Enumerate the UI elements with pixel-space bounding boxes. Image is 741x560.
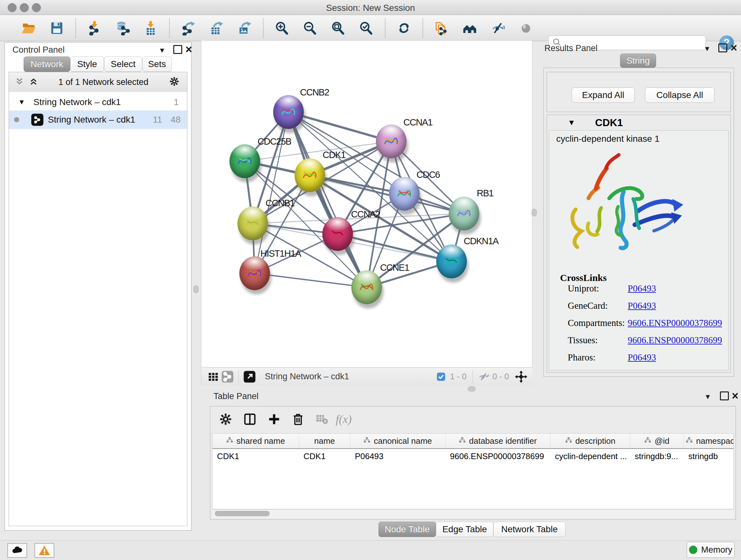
tab-edge-table[interactable]: Edge Table <box>436 522 493 537</box>
save-session-icon[interactable] <box>49 20 64 36</box>
network-edge[interactable] <box>288 112 367 287</box>
table-cell[interactable]: stringdb:9... <box>630 449 684 463</box>
scrollbar-thumb[interactable] <box>215 511 270 516</box>
network-options-gear-icon[interactable] <box>169 76 180 88</box>
network-node-ccne1[interactable] <box>351 270 382 304</box>
table-panel-float-icon[interactable] <box>720 391 729 400</box>
table-cell[interactable]: cyclin-dependent ... <box>550 449 630 463</box>
hide-selected-icon[interactable] <box>490 20 506 36</box>
network-node-cdk1[interactable] <box>294 159 325 192</box>
results-panel-float-icon[interactable] <box>718 44 727 52</box>
control-panel-menu-icon[interactable]: ▼ <box>158 46 165 55</box>
tab-style[interactable]: Style <box>70 57 104 72</box>
column-header-namespace[interactable]: namespace <box>684 434 734 448</box>
table-panel-menu-icon[interactable]: ▼ <box>704 393 711 401</box>
birdseye-view-icon[interactable] <box>518 20 534 36</box>
zoom-in-icon[interactable] <box>274 20 290 36</box>
network-node-cdc6[interactable] <box>389 177 420 211</box>
left-splitter-handle[interactable] <box>193 286 199 293</box>
tab-network-table[interactable]: Network Table <box>493 522 565 537</box>
network-node-ccnb1[interactable] <box>238 206 268 240</box>
export-network-icon[interactable] <box>181 20 196 36</box>
crosslink-value-link[interactable]: P06493 <box>628 300 656 311</box>
grid-view-icon[interactable] <box>206 370 220 384</box>
network-node-rb1[interactable] <box>449 197 479 231</box>
gene-section-header[interactable]: ▼ CDK1 <box>547 115 731 130</box>
zoom-selected-icon[interactable] <box>359 20 374 36</box>
zoom-fit-content-icon[interactable] <box>331 20 346 36</box>
network-node-ccna2[interactable] <box>322 217 353 251</box>
collapse-all-networks-icon[interactable] <box>15 77 24 87</box>
control-panel-float-icon[interactable] <box>173 45 182 54</box>
crosslink-value-link[interactable]: P06493 <box>628 352 656 363</box>
results-panel-close-icon[interactable]: × <box>731 44 737 52</box>
show-home-icon[interactable] <box>462 20 477 36</box>
clone-network-icon[interactable] <box>434 20 449 36</box>
crosslink-value-link[interactable]: P06493 <box>628 283 656 294</box>
import-table-from-file-icon[interactable] <box>143 20 158 36</box>
table-cell[interactable]: 9606.ENSP00000378699 <box>446 449 550 463</box>
refresh-view-icon[interactable] <box>396 20 412 36</box>
node-table[interactable]: shared namenamecanonical namedatabase id… <box>212 433 734 509</box>
network-node-cdc25b[interactable] <box>229 144 260 178</box>
table-cell[interactable]: CDK1 <box>212 449 299 463</box>
warnings-button[interactable] <box>35 543 54 558</box>
network-row[interactable]: String Network – cdk1 11 48 <box>9 111 187 129</box>
network-node-hist1h1a[interactable] <box>239 256 270 290</box>
tab-string-results[interactable]: String <box>620 54 656 68</box>
table-cell[interactable]: P06493 <box>350 449 446 463</box>
network-edge[interactable] <box>338 234 452 261</box>
cloud-button[interactable] <box>7 543 27 558</box>
add-column-icon[interactable] <box>266 411 282 428</box>
tab-network[interactable]: Network <box>23 57 70 72</box>
tab-sets[interactable]: Sets <box>142 57 172 72</box>
open-session-icon[interactable] <box>21 20 37 36</box>
crosslink-value-link[interactable]: 9606.ENSP00000378699 <box>628 335 722 346</box>
collapse-all-button[interactable]: Collapse All <box>645 87 715 103</box>
table-panel-close-icon[interactable]: × <box>732 392 738 400</box>
network-collection-row[interactable]: ▼ String Network – cdk1 1 <box>9 94 187 111</box>
crosslink-value-link[interactable]: 9606.ENSP00000378699 <box>628 318 722 328</box>
column-header-description[interactable]: description <box>550 434 630 448</box>
expand-all-button[interactable]: Expand All <box>571 87 635 103</box>
table-row[interactable]: CDK1CDK1P064939606.ENSP00000378699cyclin… <box>212 449 733 463</box>
hidden-eye-icon[interactable] <box>476 370 490 384</box>
network-node-ccna1[interactable] <box>376 125 407 159</box>
column-header-database-identifier[interactable]: database identifier <box>446 434 550 448</box>
memory-button[interactable]: Memory <box>687 542 735 558</box>
node-label-hist1h1a: HIST1H1A <box>260 248 301 259</box>
export-image-icon[interactable] <box>237 20 252 36</box>
show-columns-icon[interactable] <box>242 411 258 428</box>
expand-all-networks-icon[interactable] <box>29 77 38 87</box>
delete-column-trash-icon[interactable] <box>290 411 307 428</box>
tab-node-table[interactable]: Node Table <box>379 522 436 537</box>
network-canvas[interactable]: CCNB2 CCNA1 CDC25B CDK1 CDC6 RB1 CCNB1 <box>201 41 533 367</box>
crosslinks-section: CrossLinks Uniprot:P06493GeneCard:P06493… <box>549 272 728 369</box>
control-panel-close-icon[interactable]: × <box>185 46 192 53</box>
table-settings-gear-icon[interactable] <box>217 411 234 428</box>
table-cell[interactable]: stringdb <box>684 449 734 463</box>
column-header-canonical-name[interactable]: canonical name <box>350 434 446 448</box>
network-edge[interactable] <box>255 273 367 287</box>
tab-select[interactable]: Select <box>104 57 142 72</box>
table-cell[interactable]: CDK1 <box>299 449 350 463</box>
column-header-name[interactable]: name <box>299 434 350 448</box>
pan-crosshair-icon[interactable] <box>514 370 528 384</box>
crosslink-label: Tissues: <box>568 335 598 346</box>
import-network-from-file-icon[interactable] <box>87 20 102 36</box>
table-horizontal-scrollbar[interactable] <box>212 509 734 518</box>
collection-expand-icon[interactable]: ▼ <box>18 98 25 106</box>
selected-checkbox-icon[interactable] <box>434 370 448 384</box>
column-header-shared-name[interactable]: shared name <box>212 434 299 448</box>
column-header--id[interactable]: @id <box>630 434 684 448</box>
string-view-icon[interactable] <box>220 370 234 384</box>
export-table-icon[interactable] <box>209 20 224 36</box>
network-node-cdkn1a[interactable] <box>436 245 467 278</box>
zoom-out-icon[interactable] <box>302 20 318 36</box>
import-network-from-database-icon[interactable] <box>115 20 130 36</box>
open-in-window-icon[interactable] <box>243 370 257 384</box>
results-panel-menu-icon[interactable]: ▼ <box>704 45 711 53</box>
gene-collapse-icon[interactable]: ▼ <box>568 118 576 127</box>
network-node-ccnb2[interactable] <box>273 95 304 129</box>
node-label-cdc25b: CDC25B <box>258 136 291 147</box>
